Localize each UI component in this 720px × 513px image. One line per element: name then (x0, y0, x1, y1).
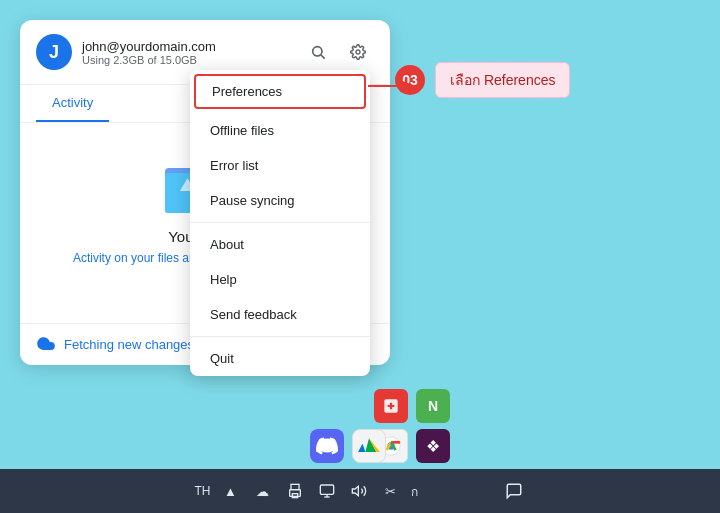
taskbar-printer-icon[interactable] (283, 479, 307, 503)
dropdown-menu: Preferences Offline files Error list Pau… (190, 70, 370, 376)
settings-button[interactable] (342, 36, 374, 68)
app-drive[interactable] (352, 429, 386, 463)
svg-rect-19 (320, 485, 333, 494)
menu-item-preferences[interactable]: Preferences (196, 76, 364, 107)
taskbar-cloud-icon[interactable]: ☁ (251, 479, 275, 503)
search-button[interactable] (302, 36, 334, 68)
avatar: J (36, 34, 72, 70)
menu-item-error-list[interactable]: Error list (190, 148, 370, 183)
svg-point-0 (313, 47, 322, 56)
taskbar-monitor-icon[interactable] (315, 479, 339, 503)
preferences-highlight-border: Preferences (194, 74, 366, 109)
header-icons (302, 36, 374, 68)
menu-item-about[interactable]: About (190, 227, 370, 262)
svg-rect-16 (291, 484, 299, 489)
svg-rect-18 (292, 494, 297, 498)
taskbar-chat-icon[interactable] (502, 479, 526, 503)
account-email: john@yourdomain.com (82, 39, 302, 54)
taskbar-apps (310, 429, 386, 463)
menu-divider-1 (190, 222, 370, 223)
tab-activity[interactable]: Activity (36, 85, 109, 122)
annotation-label: เลือก References (435, 62, 570, 98)
tray-app-red[interactable] (374, 389, 408, 423)
tray-app-slack[interactable]: ❖ (416, 429, 450, 463)
taskbar: TH ▲ ☁ ✂ ก (0, 469, 720, 513)
svg-point-2 (356, 50, 360, 54)
account-info: john@yourdomain.com Using 2.3GB of 15.0G… (82, 39, 302, 66)
annotation-arrow-svg (368, 78, 423, 94)
taskbar-left: TH ▲ ☁ ✂ ก (195, 479, 418, 503)
app-discord[interactable] (310, 429, 344, 463)
taskbar-scissors-icon[interactable]: ✂ (379, 479, 403, 503)
menu-item-send-feedback[interactable]: Send feedback (190, 297, 370, 332)
cloud-icon (36, 334, 56, 355)
menu-item-pause-syncing[interactable]: Pause syncing (190, 183, 370, 218)
svg-marker-13 (358, 444, 365, 452)
taskbar-volume-icon[interactable] (347, 479, 371, 503)
tray-app-green[interactable]: N (416, 389, 450, 423)
svg-marker-14 (365, 438, 376, 452)
taskbar-thai-lang: ก (411, 482, 418, 501)
footer-status: Fetching new changes (64, 337, 194, 352)
taskbar-chevron-icon[interactable]: ▲ (219, 479, 243, 503)
menu-item-quit[interactable]: Quit (190, 341, 370, 376)
menu-item-help[interactable]: Help (190, 262, 370, 297)
menu-divider-2 (190, 336, 370, 337)
taskbar-lang: TH (195, 484, 211, 498)
tray-row-1: N (374, 389, 450, 423)
menu-item-offline-files[interactable]: Offline files (190, 113, 370, 148)
svg-line-1 (321, 55, 325, 59)
svg-marker-22 (352, 486, 358, 495)
account-storage: Using 2.3GB of 15.0GB (82, 54, 302, 66)
